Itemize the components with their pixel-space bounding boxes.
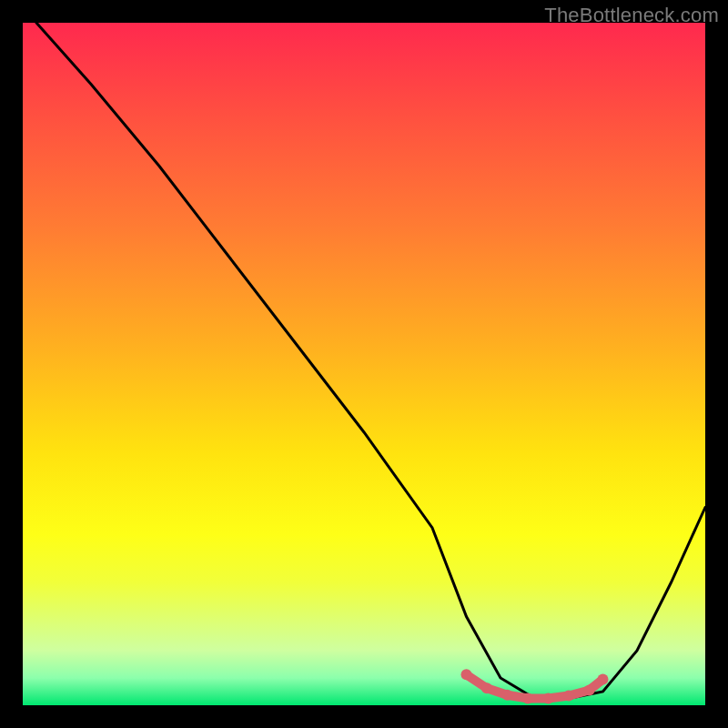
optimal-range-dot	[584, 685, 595, 696]
watermark-text: TheBottleneck.com	[544, 4, 719, 27]
curve-layer	[23, 23, 705, 705]
optimal-range-marker	[461, 669, 609, 703]
plot-area	[23, 23, 705, 705]
optimal-range-dot	[502, 690, 513, 701]
optimal-range-dot	[461, 669, 472, 680]
optimal-range-dot	[522, 693, 533, 704]
optimal-range-dot	[481, 682, 492, 693]
optimal-range-dot	[543, 693, 554, 704]
optimal-range-dot	[563, 691, 574, 702]
bottleneck-curve	[36, 23, 705, 699]
chart-frame: TheBottleneck.com	[0, 0, 728, 728]
optimal-range-dot	[598, 674, 609, 685]
